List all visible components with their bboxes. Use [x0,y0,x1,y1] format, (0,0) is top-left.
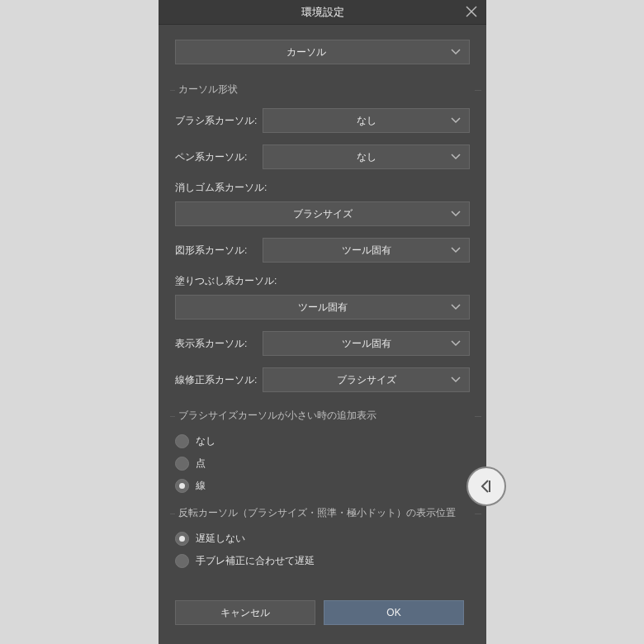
close-button[interactable] [463,3,480,20]
select-shape-cursor[interactable]: ツール固有 [263,238,470,263]
radio-icon [175,554,189,568]
chevron-down-icon [451,301,461,313]
select-fill-cursor[interactable]: ツール固有 [175,295,470,320]
ok-button-label: OK [386,607,400,618]
row-fill-cursor: 塗りつぶし系カーソル: ツール固有 [175,274,470,320]
label-pen-cursor: ペン系カーソル: [175,150,263,164]
titlebar: 環境設定 [159,0,486,25]
select-pen-cursor[interactable]: なし [263,144,470,169]
radio-delay-stabilize[interactable]: 手ブレ補正に合わせて遅延 [175,554,470,568]
category-select[interactable]: カーソル [175,40,470,64]
chevron-down-icon [451,208,461,220]
radio-small-dot[interactable]: 点 [175,457,470,471]
radio-small-none[interactable]: なし [175,434,470,448]
radio-label-dot: 点 [196,457,206,471]
row-linefix-cursor: 線修正系カーソル: ブラシサイズ [175,367,470,392]
radio-icon [175,434,189,448]
radio-delay-none[interactable]: 遅延しない [175,532,470,546]
radio-small-line[interactable]: 線 [175,479,470,493]
row-pen-cursor: ペン系カーソル: なし [175,144,470,169]
select-view-cursor[interactable]: ツール固有 [263,331,470,356]
radio-label-line: 線 [196,479,206,493]
ok-button[interactable]: OK [324,600,464,625]
radio-icon [175,532,189,546]
select-brush-cursor[interactable]: なし [263,108,470,133]
select-pen-cursor-value: なし [357,150,376,164]
chevron-left-icon [478,478,495,495]
radio-icon [175,457,189,471]
dialog-body: カーソル カーソル形状 ブラシ系カーソル: なし ペン系カーソル: なし 消しゴ… [159,25,486,596]
select-eraser-cursor-value: ブラシサイズ [293,207,353,221]
chevron-down-icon [451,151,461,163]
select-linefix-cursor-value: ブラシサイズ [337,373,396,387]
chevron-down-icon [451,338,461,349]
label-eraser-cursor: 消しゴム系カーソル: [175,181,470,195]
close-icon [466,6,477,17]
chevron-down-icon [451,374,461,386]
label-fill-cursor: 塗りつぶし系カーソル: [175,274,470,288]
category-select-value: カーソル [286,45,326,59]
small-brush-legend: ブラシサイズカーソルが小さい時の追加表示 [178,409,470,423]
chevron-down-icon [451,115,461,126]
select-eraser-cursor[interactable]: ブラシサイズ [175,201,470,226]
select-brush-cursor-value: なし [357,114,376,128]
radio-label-none: なし [196,434,215,448]
cursor-shape-legend: カーソル形状 [178,83,470,97]
preferences-dialog: 環境設定 カーソル カーソル形状 ブラシ系カーソル: なし ペン系 [159,0,486,644]
category-select-wrap: カーソル [175,40,470,64]
row-view-cursor: 表示系カーソル: ツール固有 [175,331,470,356]
select-linefix-cursor[interactable]: ブラシサイズ [263,367,470,392]
row-eraser-cursor: 消しゴム系カーソル: ブラシサイズ [175,181,470,226]
label-view-cursor: 表示系カーソル: [175,337,263,351]
radio-label-nodelay: 遅延しない [196,532,245,546]
select-fill-cursor-value: ツール固有 [298,301,348,315]
label-linefix-cursor: 線修正系カーソル: [175,373,263,387]
select-shape-cursor-value: ツール固有 [342,244,391,258]
label-shape-cursor: 図形系カーソル: [175,244,263,258]
row-brush-cursor: ブラシ系カーソル: なし [175,108,470,133]
label-brush-cursor: ブラシ系カーソル: [175,114,263,128]
dialog-footer: キャンセル OK [159,596,486,644]
inverted-cursor-legend: 反転カーソル（ブラシサイズ・照準・極小ドット）の表示位置 [178,506,470,520]
side-handle[interactable] [466,466,506,506]
radio-icon [175,479,189,493]
dialog-title: 環境設定 [301,5,344,20]
select-view-cursor-value: ツール固有 [342,337,391,351]
row-shape-cursor: 図形系カーソル: ツール固有 [175,238,470,263]
chevron-down-icon [451,244,461,256]
radio-label-delay: 手ブレ補正に合わせて遅延 [196,554,315,568]
cancel-button-label: キャンセル [220,606,270,620]
cancel-button[interactable]: キャンセル [175,600,315,625]
chevron-down-icon [451,46,461,58]
